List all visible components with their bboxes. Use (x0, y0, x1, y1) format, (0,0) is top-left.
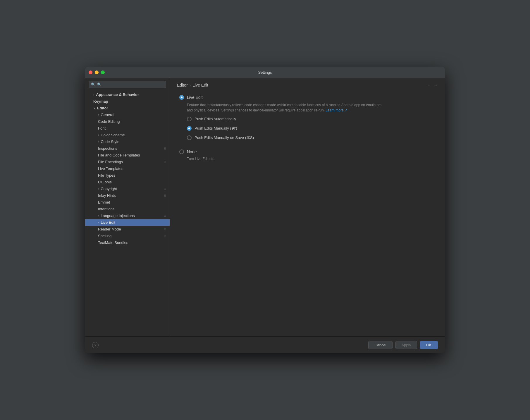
push-manually-label: Push Edits Manually (⌘') (195, 126, 237, 131)
footer-left: ? (92, 342, 99, 348)
sidebar-item-language-injections[interactable]: › Language Injections ⊟ (85, 212, 170, 219)
live-edit-option-group: Live Edit Feature that instantaneously r… (179, 95, 436, 142)
sidebar-item-label: Spelling (98, 234, 111, 238)
sidebar-item-inlay-hints[interactable]: Inlay Hints ⊟ (85, 192, 170, 199)
sidebar-item-editor[interactable]: ∨ Editor (85, 105, 170, 111)
chevron-right-icon: › (98, 187, 99, 190)
content-body: Live Edit Feature that instantaneously r… (170, 92, 445, 336)
back-arrow-icon[interactable]: ← (427, 82, 431, 88)
sidebar-item-code-style[interactable]: › Code Style (85, 138, 170, 145)
chevron-right-icon: › (98, 133, 99, 137)
breadcrumb: Editor › Live Edit (177, 83, 208, 87)
sidebar-item-label: Font (98, 126, 106, 130)
sidebar-item-code-editing[interactable]: Code Editing (85, 118, 170, 125)
chevron-right-icon: › (98, 113, 99, 116)
sidebar-item-label: General (101, 113, 114, 117)
push-on-save-radio[interactable] (187, 135, 192, 140)
collapse-icon: ⊟ (164, 214, 166, 217)
breadcrumb-separator: › (190, 83, 191, 87)
sidebar-item-reader-mode[interactable]: Reader Mode ⊟ (85, 226, 170, 233)
sidebar-item-spelling[interactable]: Spelling ⊟ (85, 233, 170, 239)
close-button[interactable] (89, 70, 92, 74)
dialog-footer: ? Cancel Apply OK (85, 336, 445, 353)
sidebar-item-live-edit[interactable]: › Live Edit (85, 219, 170, 226)
cancel-button[interactable]: Cancel (368, 341, 392, 349)
sidebar-item-general[interactable]: › General (85, 111, 170, 118)
search-wrapper: 🔍 (89, 81, 166, 88)
none-radio[interactable] (179, 149, 184, 154)
title-bar: Settings (85, 67, 445, 78)
sidebar-item-label: Inspections (98, 146, 117, 151)
push-manually-radio-row: Push Edits Manually (⌘') (187, 126, 436, 131)
ok-button[interactable]: OK (420, 341, 438, 349)
minimize-button[interactable] (95, 70, 99, 74)
sidebar-item-label: TextMate Bundles (98, 240, 128, 245)
chevron-right-icon: › (98, 221, 99, 224)
sidebar-item-label: Live Templates (98, 166, 123, 171)
collapse-icon: ⊟ (164, 187, 166, 190)
chevron-down-icon: ∨ (93, 106, 95, 110)
sidebar-item-color-scheme[interactable]: › Color Scheme (85, 132, 170, 138)
window-title: Settings (258, 70, 272, 75)
sidebar-item-label: UI Tools (98, 180, 112, 184)
live-edit-label: Live Edit (187, 95, 203, 101)
collapse-icon: ⊟ (164, 160, 166, 163)
sub-options-group: Push Edits Automatically Push Edits Manu… (187, 116, 436, 142)
sidebar-item-label: Appearance & Behavior (96, 92, 139, 97)
sidebar-item-label: Live Edit (101, 220, 115, 225)
maximize-button[interactable] (101, 70, 105, 74)
sidebar-item-font[interactable]: Font (85, 125, 170, 132)
sidebar-item-label: File Encodings (98, 160, 123, 164)
help-button[interactable]: ? (92, 342, 99, 348)
live-edit-description: Feature that instantaneously reflects co… (187, 102, 386, 113)
sidebar-item-file-code-templates[interactable]: File and Code Templates (85, 152, 170, 159)
collapse-icon: ⊟ (164, 228, 166, 231)
sidebar-item-label: Copyright (101, 187, 117, 191)
sidebar-item-label: Intentions (98, 207, 114, 211)
sidebar-item-emmet[interactable]: Emmet (85, 199, 170, 206)
main-content: Editor › Live Edit ← → Live Edit (170, 78, 445, 336)
sidebar-item-label: Keymap (93, 99, 108, 104)
sidebar-item-label: Code Editing (98, 119, 120, 124)
sidebar-item-live-templates[interactable]: Live Templates (85, 165, 170, 172)
push-auto-radio[interactable] (187, 117, 192, 121)
push-on-save-label: Push Edits Manually on Save (⌘S) (195, 135, 254, 140)
sidebar-item-appearance[interactable]: › Appearance & Behavior (85, 91, 170, 98)
sidebar-item-label: File Types (98, 173, 115, 178)
chevron-right-icon: › (98, 214, 99, 217)
sidebar-item-label: Emmet (98, 200, 110, 204)
apply-button[interactable]: Apply (395, 341, 417, 349)
window-controls (89, 70, 105, 74)
dialog-body: 🔍 › Appearance & Behavior Keymap ∨ Edito… (85, 78, 445, 336)
sidebar-item-file-types[interactable]: File Types (85, 172, 170, 179)
navigation-arrows: ← → (427, 82, 438, 88)
sidebar-item-label: Inlay Hints (98, 193, 116, 198)
sidebar-item-copyright[interactable]: › Copyright ⊟ (85, 185, 170, 192)
sidebar-item-label: Color Scheme (101, 133, 125, 137)
live-edit-main-radio-row: Live Edit (179, 95, 436, 101)
sidebar-item-keymap[interactable]: Keymap (85, 98, 170, 105)
sidebar-item-file-encodings[interactable]: File Encodings ⊟ (85, 159, 170, 165)
push-auto-label: Push Edits Automatically (195, 116, 236, 122)
push-manually-radio[interactable] (187, 126, 192, 131)
breadcrumb-parent: Editor (177, 83, 188, 87)
sidebar-item-intentions[interactable]: Intentions (85, 206, 170, 212)
sidebar-item-label: Editor (97, 106, 108, 110)
learn-more-link[interactable]: Learn more ↗ (326, 108, 347, 112)
live-edit-radio[interactable] (179, 95, 184, 100)
push-auto-radio-row: Push Edits Automatically (187, 116, 436, 122)
sidebar-item-ui-tools[interactable]: UI Tools (85, 179, 170, 185)
search-input[interactable] (89, 81, 166, 88)
sidebar-navigation: › Appearance & Behavior Keymap ∨ Editor … (85, 91, 170, 336)
sidebar-item-label: File and Code Templates (98, 153, 140, 157)
forward-arrow-icon[interactable]: → (433, 82, 438, 88)
push-on-save-radio-row: Push Edits Manually on Save (⌘S) (187, 135, 436, 140)
none-option-group: None Turn Live Edit off. (179, 149, 436, 161)
none-description: Turn Live Edit off. (187, 157, 436, 161)
content-header: Editor › Live Edit ← → (170, 78, 445, 92)
settings-dialog: Settings 🔍 › Appearance & Behavior Keyma… (85, 67, 445, 353)
sidebar-item-textmate-bundles[interactable]: TextMate Bundles (85, 239, 170, 246)
sidebar: 🔍 › Appearance & Behavior Keymap ∨ Edito… (85, 78, 170, 336)
none-label: None (187, 149, 197, 155)
sidebar-item-inspections[interactable]: Inspections ⊟ (85, 145, 170, 152)
